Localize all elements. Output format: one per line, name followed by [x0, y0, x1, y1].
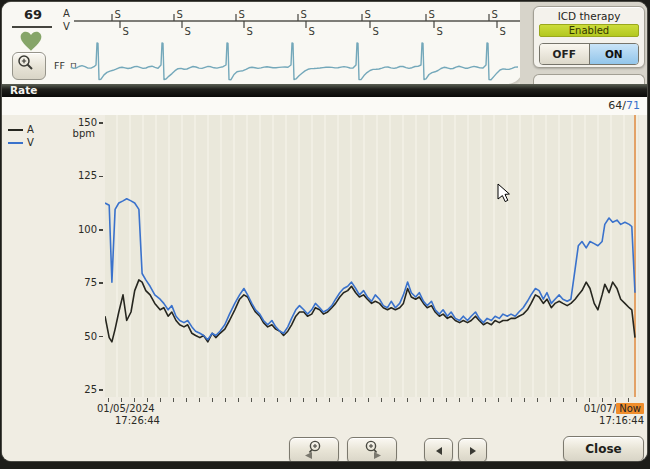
start-date-label: 01/05/2024 — [97, 403, 155, 414]
atrial-sense-marker: S — [365, 9, 371, 20]
atrial-sense-marker: S — [177, 9, 183, 20]
trend-plot-area — [105, 115, 639, 397]
icd-off-button[interactable]: OFF — [540, 44, 590, 64]
ventricular-sense-marker: S — [500, 26, 506, 37]
egm-magnify-button[interactable] — [12, 52, 46, 80]
atrial-sense-marker: S — [429, 9, 435, 20]
start-time-label: 17:26:44 — [115, 415, 160, 426]
legend-item: A — [8, 123, 34, 136]
legend-item: V — [8, 136, 34, 149]
icd-toggle: OFF ON — [539, 43, 639, 65]
end-time-label: 17:16:44 — [599, 415, 644, 426]
now-badge: Now — [616, 403, 644, 414]
y-tick-label: 50 — [84, 331, 103, 342]
heart-rate-value: 69 — [14, 7, 52, 22]
atrial-sense-marker: S — [301, 9, 307, 20]
egm-strip: 69 A V FF ⊓ SSSSSSSSSSSSSS — [2, 2, 523, 84]
y-tick-label: 125 — [78, 170, 103, 181]
icd-therapy-title: ICD therapy — [534, 10, 644, 22]
rate-title-bar: Rate — [2, 84, 647, 97]
ventricular-sense-marker: S — [185, 26, 191, 37]
chart-header-band: 64/71 — [2, 97, 647, 115]
arrow-right-icon — [467, 445, 479, 457]
ventricular-sense-marker: S — [309, 26, 315, 37]
y-tick-label: 25 — [84, 384, 103, 395]
icd-panel-area: ICD therapy Enabled OFF ON — [520, 2, 647, 84]
legend-label: V — [27, 137, 34, 148]
trend-chart-svg — [105, 115, 639, 397]
rate-trend-region: AV bpm 150125100755025 01/05/2024 17:26:… — [2, 115, 647, 461]
programmer-window: 69 A V FF ⊓ SSSSSSSSSSSSSS ICD therapy E… — [2, 2, 647, 461]
y-tick-label: 100 — [78, 224, 103, 235]
magnifier-icon — [13, 53, 37, 75]
trend-line-a — [105, 280, 635, 342]
chart-legend: AV — [8, 123, 34, 149]
y-tick-label: 75 — [84, 277, 103, 288]
y-axis-unit: bpm — [73, 128, 95, 139]
secondary-panel-edge — [533, 74, 645, 84]
current-a-rate: 64 — [608, 99, 622, 112]
zoom-previous-button[interactable] — [289, 437, 339, 461]
x-axis-ticks — [108, 398, 642, 403]
atrial-sense-marker: S — [492, 9, 498, 20]
current-rate-readout: 64/71 — [608, 99, 640, 112]
current-v-rate: 71 — [626, 99, 640, 112]
y-tick-label: 150 — [78, 117, 103, 128]
icd-on-button[interactable]: ON — [590, 44, 639, 64]
atrial-sense-marker: S — [115, 9, 121, 20]
ventricular-sense-marker: S — [373, 26, 379, 37]
close-button[interactable]: Close — [563, 436, 644, 461]
magnifier-left-icon — [299, 439, 329, 461]
zoom-next-button[interactable] — [347, 437, 397, 461]
atrial-sense-marker: S — [239, 9, 245, 20]
legend-swatch — [8, 142, 23, 144]
ventricular-sense-marker: S — [437, 26, 443, 37]
heart-rate-divider — [12, 26, 52, 28]
legend-label: A — [27, 124, 34, 135]
egm-waveform-trace — [71, 43, 518, 80]
magnifier-right-icon — [357, 439, 387, 461]
scroll-left-button[interactable] — [424, 438, 453, 461]
trend-line-v — [105, 199, 635, 340]
end-date-label: 01/07/ — [584, 403, 616, 414]
icd-therapy-panel: ICD therapy Enabled OFF ON — [533, 6, 645, 68]
ventricular-sense-marker: S — [123, 26, 129, 37]
icd-status-badge: Enabled — [539, 24, 639, 37]
ventricular-sense-marker: S — [247, 26, 253, 37]
arrow-left-icon — [433, 445, 445, 457]
egm-waveform-svg: SSSSSSSSSSSSSS — [57, 2, 525, 84]
scroll-right-button[interactable] — [458, 438, 487, 461]
legend-swatch — [8, 129, 23, 131]
rate-title: Rate — [10, 84, 37, 96]
